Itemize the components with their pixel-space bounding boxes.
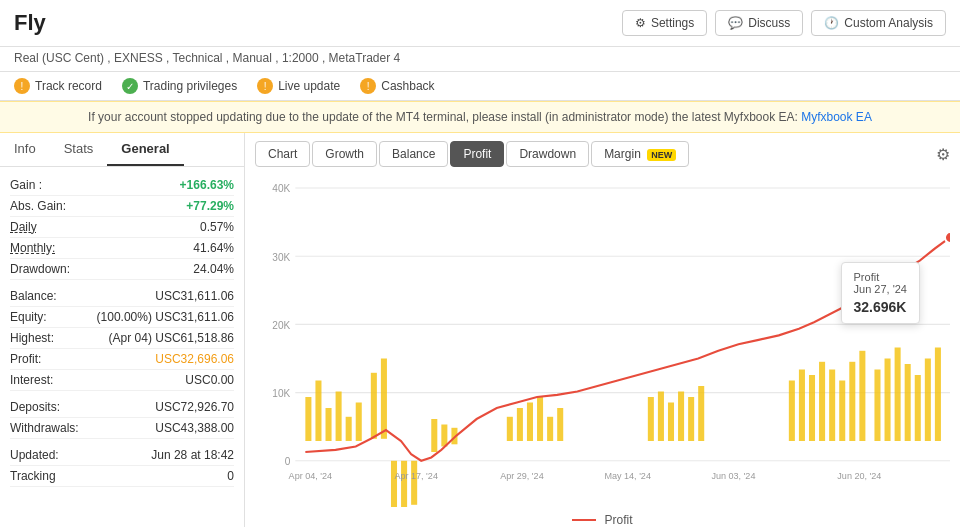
svg-text:Apr 17, '24: Apr 17, '24 bbox=[394, 470, 438, 481]
info-row-highest: Highest: (Apr 04) USC61,518.86 bbox=[10, 328, 234, 349]
tab-info[interactable]: Info bbox=[0, 133, 50, 166]
svg-rect-40 bbox=[829, 370, 835, 442]
svg-rect-30 bbox=[648, 397, 654, 441]
value-daily: 0.57% bbox=[200, 220, 234, 234]
tab-general[interactable]: General bbox=[107, 133, 183, 166]
custom-analysis-button[interactable]: 🕐 Custom Analysis bbox=[811, 10, 946, 36]
svg-text:Jun 03, '24: Jun 03, '24 bbox=[711, 470, 755, 481]
discuss-button[interactable]: 💬 Discuss bbox=[715, 10, 803, 36]
myfxbook-ea-link[interactable]: Myfxbook EA bbox=[801, 110, 872, 124]
svg-rect-32 bbox=[668, 403, 674, 442]
label-equity: Equity: bbox=[10, 310, 47, 324]
svg-rect-29 bbox=[557, 408, 563, 441]
svg-rect-10 bbox=[305, 397, 311, 441]
svg-rect-44 bbox=[874, 370, 880, 442]
chart-tabs-row: Chart Growth Balance Profit Drawdown Mar… bbox=[255, 141, 950, 167]
svg-rect-50 bbox=[935, 348, 941, 442]
chart-tab-drawdown[interactable]: Drawdown bbox=[506, 141, 589, 167]
label-gain: Gain : bbox=[10, 178, 42, 192]
status-trading-privileges: ✓ Trading privileges bbox=[122, 78, 237, 94]
chart-tab-margin[interactable]: Margin NEW bbox=[591, 141, 689, 167]
svg-rect-22 bbox=[441, 425, 447, 447]
label-drawdown: Drawdown: bbox=[10, 262, 70, 276]
settings-button[interactable]: ⚙ Settings bbox=[622, 10, 707, 36]
info-row-deposits: Deposits: USC72,926.70 bbox=[10, 397, 234, 418]
svg-rect-17 bbox=[381, 359, 387, 439]
label-daily: Daily bbox=[10, 220, 37, 234]
chart-tab-chart[interactable]: Chart bbox=[255, 141, 310, 167]
label-interest: Interest: bbox=[10, 373, 53, 387]
svg-rect-39 bbox=[819, 362, 825, 441]
info-row-withdrawals: Withdrawals: USC43,388.00 bbox=[10, 418, 234, 439]
svg-text:May 14, '24: May 14, '24 bbox=[604, 470, 651, 481]
chart-legend: Profit bbox=[255, 507, 950, 527]
info-row-tracking: Tracking 0 bbox=[10, 466, 234, 487]
svg-point-51 bbox=[945, 232, 950, 243]
info-row-profit: Profit: USC32,696.06 bbox=[10, 349, 234, 370]
new-badge: NEW bbox=[647, 149, 676, 161]
status-track-record: ! Track record bbox=[14, 78, 102, 94]
value-deposits: USC72,926.70 bbox=[155, 400, 234, 414]
info-row-interest: Interest: USC0.00 bbox=[10, 370, 234, 391]
svg-rect-28 bbox=[547, 417, 553, 441]
info-row-drawdown: Drawdown: 24.04% bbox=[10, 259, 234, 280]
svg-rect-34 bbox=[688, 397, 694, 441]
svg-rect-19 bbox=[401, 461, 407, 507]
main-layout: Info Stats General Gain : +166.63% Abs. … bbox=[0, 133, 960, 527]
svg-text:0: 0 bbox=[285, 455, 291, 468]
warn-icon-cashback: ! bbox=[360, 78, 376, 94]
label-tracking: Tracking bbox=[10, 469, 56, 483]
filter-icon[interactable]: ⚙ bbox=[936, 145, 950, 164]
svg-rect-21 bbox=[431, 419, 437, 452]
svg-rect-33 bbox=[678, 392, 684, 442]
legend-label-profit: Profit bbox=[604, 513, 632, 527]
svg-rect-35 bbox=[698, 386, 704, 441]
svg-rect-18 bbox=[391, 461, 397, 507]
svg-text:Apr 29, '24: Apr 29, '24 bbox=[500, 470, 544, 481]
status-live-update: ! Live update bbox=[257, 78, 340, 94]
info-row-monthly: Monthly: 41.64% bbox=[10, 238, 234, 259]
svg-rect-20 bbox=[411, 461, 417, 505]
value-monthly: 41.64% bbox=[193, 241, 234, 255]
value-profit: USC32,696.06 bbox=[155, 352, 234, 366]
status-bar: ! Track record ✓ Trading privileges ! Li… bbox=[0, 72, 960, 101]
svg-text:30K: 30K bbox=[272, 250, 290, 263]
svg-rect-16 bbox=[371, 373, 377, 439]
svg-rect-12 bbox=[326, 408, 332, 441]
clock-icon: 🕐 bbox=[824, 16, 839, 30]
svg-rect-24 bbox=[507, 417, 513, 441]
svg-rect-11 bbox=[315, 381, 321, 442]
svg-rect-13 bbox=[336, 392, 342, 442]
svg-rect-14 bbox=[346, 417, 352, 441]
svg-text:Jun 20, '24: Jun 20, '24 bbox=[837, 470, 881, 481]
warn-icon-track: ! bbox=[14, 78, 30, 94]
tooltip-value: 32.696K bbox=[854, 299, 907, 315]
svg-rect-31 bbox=[658, 392, 664, 442]
tab-stats[interactable]: Stats bbox=[50, 133, 108, 166]
chart-tab-growth[interactable]: Growth bbox=[312, 141, 377, 167]
left-tabs: Info Stats General bbox=[0, 133, 244, 167]
chart-tab-balance[interactable]: Balance bbox=[379, 141, 448, 167]
left-panel: Info Stats General Gain : +166.63% Abs. … bbox=[0, 133, 245, 527]
chart-tooltip: Profit Jun 27, '24 32.696K bbox=[841, 262, 920, 324]
value-drawdown: 24.04% bbox=[193, 262, 234, 276]
svg-text:40K: 40K bbox=[272, 182, 290, 195]
legend-line-profit bbox=[572, 519, 596, 521]
ok-icon-trading: ✓ bbox=[122, 78, 138, 94]
alert-banner: If your account stopped updating due to … bbox=[0, 101, 960, 133]
svg-rect-38 bbox=[809, 375, 815, 441]
header: Fly ⚙ Settings 💬 Discuss 🕐 Custom Analys… bbox=[0, 0, 960, 47]
svg-rect-41 bbox=[839, 381, 845, 442]
info-row-equity: Equity: (100.00%) USC31,611.06 bbox=[10, 307, 234, 328]
gear-icon: ⚙ bbox=[635, 16, 646, 30]
svg-rect-15 bbox=[356, 403, 362, 442]
label-abs-gain: Abs. Gain: bbox=[10, 199, 66, 213]
value-highest: (Apr 04) USC61,518.86 bbox=[109, 331, 234, 345]
svg-rect-37 bbox=[799, 370, 805, 442]
label-withdrawals: Withdrawals: bbox=[10, 421, 79, 435]
chart-area: 40K 30K 20K 10K 0 bbox=[255, 177, 950, 507]
chart-svg: 40K 30K 20K 10K 0 bbox=[255, 177, 950, 507]
info-row-balance: Balance: USC31,611.06 bbox=[10, 286, 234, 307]
chart-tab-profit[interactable]: Profit bbox=[450, 141, 504, 167]
svg-rect-48 bbox=[915, 375, 921, 441]
